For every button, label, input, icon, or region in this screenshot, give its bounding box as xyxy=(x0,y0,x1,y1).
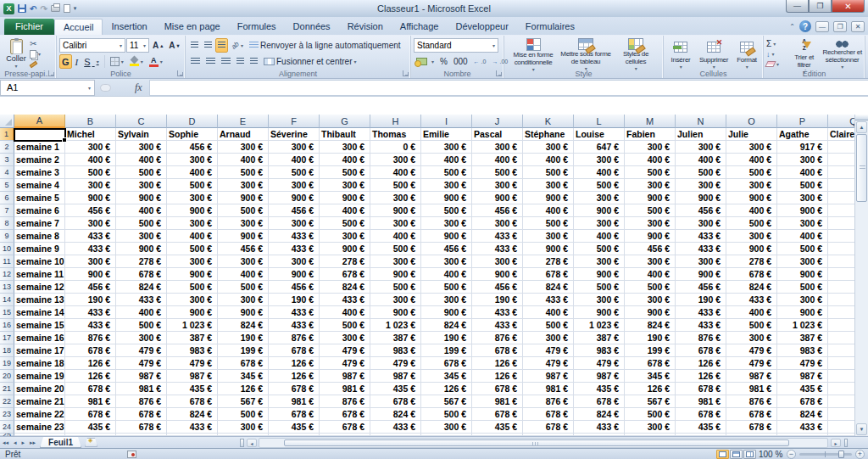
cell-H8[interactable]: 300 € xyxy=(370,217,421,230)
column-header-E[interactable]: E xyxy=(218,115,269,128)
cell-N4[interactable]: 500 € xyxy=(676,166,726,179)
number-dialog-launcher[interactable] xyxy=(496,70,502,76)
cell-P24[interactable]: 433 € xyxy=(777,421,828,434)
cell-L7[interactable]: 900 € xyxy=(574,204,625,217)
cell-O10[interactable]: 900 € xyxy=(726,243,777,255)
cell-M7[interactable]: 500 € xyxy=(625,204,676,217)
delete-cells-button[interactable]: Supprimer▾ xyxy=(695,37,732,72)
cell-Q18[interactable] xyxy=(828,344,854,357)
cell-C20[interactable]: 987 € xyxy=(116,370,167,383)
cell-N8[interactable]: 300 € xyxy=(676,217,726,230)
cell-M17[interactable]: 190 € xyxy=(625,332,676,344)
cell-C9[interactable]: 300 € xyxy=(116,230,167,243)
paste-button[interactable]: Coller ▾ xyxy=(3,37,30,69)
cell-C11[interactable]: 278 € xyxy=(116,255,167,268)
cell-J24[interactable]: 435 € xyxy=(472,421,523,434)
scroll-up-icon[interactable]: ▲ xyxy=(856,121,867,133)
cell-C6[interactable]: 900 € xyxy=(116,192,167,204)
insert-worksheet-button[interactable] xyxy=(85,438,97,447)
cell-B24[interactable]: 435 € xyxy=(65,421,116,434)
cell-G3[interactable]: 400 € xyxy=(320,154,370,166)
cell-M19[interactable]: 678 € xyxy=(625,357,676,370)
cell-B16[interactable]: 433 € xyxy=(65,319,116,332)
cell-M15[interactable]: 900 € xyxy=(625,306,676,319)
cell-Q15[interactable] xyxy=(828,306,854,319)
cell-P17[interactable]: 387 € xyxy=(777,332,828,344)
scroll-down-icon[interactable]: ▼ xyxy=(856,423,867,435)
tab-insertion[interactable]: Insertion xyxy=(103,19,155,35)
cell-A4[interactable]: semaine 3 xyxy=(14,166,65,179)
cell-L2[interactable]: 647 € xyxy=(574,141,625,154)
cell-P10[interactable]: 500 € xyxy=(777,243,828,255)
cell-I6[interactable]: 900 € xyxy=(421,192,472,204)
cell-K6[interactable]: 900 € xyxy=(523,192,574,204)
cell-A8[interactable]: semaine 7 xyxy=(14,217,65,230)
cell-N18[interactable]: 678 € xyxy=(676,344,726,357)
cell-G4[interactable]: 500 € xyxy=(320,166,370,179)
cell-C15[interactable]: 400 € xyxy=(116,306,167,319)
cell-Q2[interactable] xyxy=(828,141,854,154)
row-header-18[interactable]: 18 xyxy=(0,344,14,357)
cell-B5[interactable]: 300 € xyxy=(65,179,116,192)
cell-K15[interactable]: 400 € xyxy=(523,306,574,319)
cell-J19[interactable]: 126 € xyxy=(472,357,523,370)
cell-D3[interactable]: 300 € xyxy=(167,154,218,166)
cell-C13[interactable]: 824 € xyxy=(116,281,167,294)
cell-D21[interactable]: 435 € xyxy=(167,383,218,395)
font-color-button[interactable]: A▾ xyxy=(147,54,165,69)
cell-E8[interactable]: 300 € xyxy=(218,217,269,230)
cell-F22[interactable]: 981 € xyxy=(269,395,320,408)
workbook-restore-button[interactable]: ❐ xyxy=(833,21,847,32)
comma-style-button[interactable]: 000 xyxy=(451,54,470,69)
cell-K5[interactable]: 300 € xyxy=(523,179,574,192)
fill-button[interactable]: ↓▾ xyxy=(766,49,787,59)
cell-Q3[interactable] xyxy=(828,154,854,166)
cell-F15[interactable]: 433 € xyxy=(269,306,320,319)
cell-K7[interactable]: 400 € xyxy=(523,204,574,217)
horizontal-split-handle[interactable] xyxy=(844,439,848,447)
increase-indent-button[interactable] xyxy=(248,54,260,69)
cell-D5[interactable]: 500 € xyxy=(167,179,218,192)
cell-C23[interactable]: 678 € xyxy=(116,408,167,421)
clipboard-dialog-launcher[interactable] xyxy=(48,70,54,76)
cell-L11[interactable]: 300 € xyxy=(574,255,625,268)
insert-function-button[interactable]: fx xyxy=(135,81,142,94)
cell-J14[interactable]: 190 € xyxy=(472,294,523,306)
cell-N15[interactable]: 433 € xyxy=(676,306,726,319)
column-header-G[interactable]: G xyxy=(320,115,370,128)
cell-G5[interactable]: 300 € xyxy=(320,179,370,192)
cell-F10[interactable]: 433 € xyxy=(269,243,320,255)
cell-Q5[interactable] xyxy=(828,179,854,192)
cell-D17[interactable]: 387 € xyxy=(167,332,218,344)
cell-A23[interactable]: semaine 22 xyxy=(14,408,65,421)
row-header-9[interactable]: 9 xyxy=(0,230,14,243)
cell-P4[interactable]: 400 € xyxy=(777,166,828,179)
zoom-slider-thumb[interactable] xyxy=(838,451,844,458)
cell-H4[interactable]: 400 € xyxy=(370,166,421,179)
cell-A10[interactable]: semaine 9 xyxy=(14,243,65,255)
vertical-scrollbar[interactable]: ▲ ▼ xyxy=(854,115,868,436)
cell-N10[interactable]: 433 € xyxy=(676,243,726,255)
row-header-15[interactable]: 15 xyxy=(0,306,14,319)
cell-P6[interactable]: 300 € xyxy=(777,192,828,204)
cell-L1[interactable]: Louise xyxy=(574,128,625,141)
cell-N3[interactable]: 400 € xyxy=(676,154,726,166)
cell-F3[interactable]: 400 € xyxy=(269,154,320,166)
cell-K19[interactable]: 479 € xyxy=(523,357,574,370)
tab-fichier[interactable]: Fichier xyxy=(4,19,54,35)
cell-A3[interactable]: semaine 2 xyxy=(14,154,65,166)
cell-L3[interactable]: 300 € xyxy=(574,154,625,166)
cell-Q8[interactable] xyxy=(828,217,854,230)
cell-F13[interactable]: 456 € xyxy=(269,281,320,294)
cell-O19[interactable]: 479 € xyxy=(726,357,777,370)
row-header-7[interactable]: 7 xyxy=(0,204,14,217)
page-layout-view-button[interactable] xyxy=(730,450,743,459)
cell-B19[interactable]: 126 € xyxy=(65,357,116,370)
row-header-11[interactable]: 11 xyxy=(0,255,14,268)
cell-A11[interactable]: semaine 10 xyxy=(14,255,65,268)
underline-button[interactable]: S ▾ xyxy=(81,54,101,69)
cell-I2[interactable]: 300 € xyxy=(421,141,472,154)
cell-B6[interactable]: 900 € xyxy=(65,192,116,204)
column-header-O[interactable]: O xyxy=(726,115,777,128)
increase-decimal-button[interactable]: ←.0 xyxy=(471,54,489,69)
